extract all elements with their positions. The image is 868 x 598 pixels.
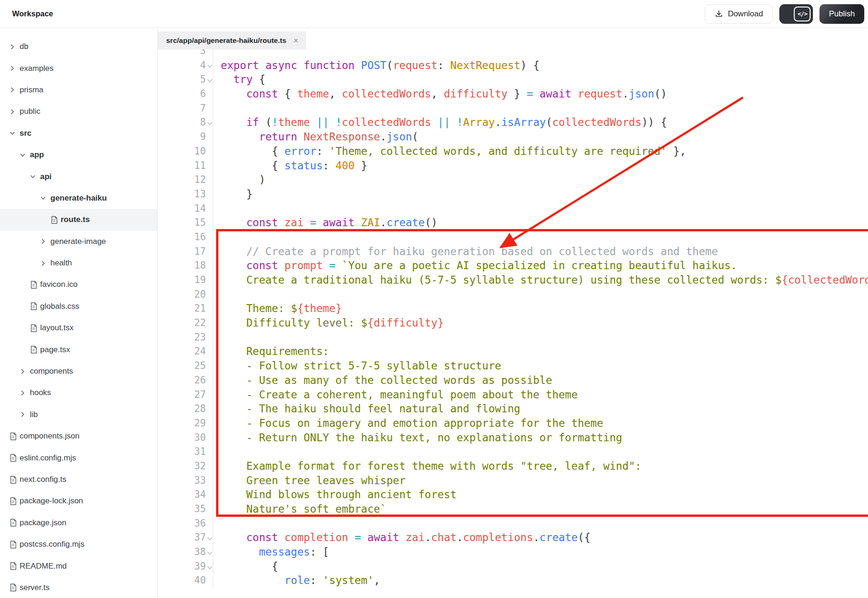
sidebar-item-label: package-lock.json — [20, 496, 83, 506]
sidebar-item-readme-md[interactable]: README.md — [0, 555, 157, 577]
code-area[interactable]: 34export async function POST(request: Ne… — [158, 44, 868, 588]
sidebar-item-label: postcss.config.mjs — [20, 540, 84, 549]
line-number: 11 — [158, 159, 213, 173]
code-line-22: 22 Difficulty level: ${difficulty} — [158, 316, 868, 330]
fold-chevron-icon[interactable] — [207, 79, 213, 83]
line-number: 34 — [158, 487, 213, 502]
line-number: 9 — [158, 130, 213, 144]
code-text: - The haiku should feel natural and flow… — [213, 402, 868, 416]
code-line-19: 19 Create a traditional haiku (5-7-5 syl… — [158, 273, 868, 287]
code-line-32: 32 Example format for forest theme with … — [158, 459, 868, 473]
sidebar-item-lib[interactable]: lib — [0, 404, 157, 425]
sidebar-item-postcss-config-mjs[interactable]: postcss.config.mjs — [0, 534, 157, 555]
file-icon — [9, 518, 20, 527]
sidebar-item-label: health — [50, 258, 72, 268]
file-icon — [30, 280, 40, 289]
tab-bar: src/app/api/generate-haiku/route.ts × — [158, 28, 868, 49]
chevron-right-icon — [9, 109, 20, 115]
sidebar-item-examples[interactable]: examples — [0, 57, 157, 79]
sidebar-item-eslint-config-mjs[interactable]: eslint.config.mjs — [0, 447, 157, 468]
line-number: 37 — [158, 530, 213, 545]
code-text: export async function POST(request: Next… — [213, 58, 868, 73]
sidebar-item-src[interactable]: src — [0, 123, 157, 144]
code-line-23: 23 — [158, 330, 868, 345]
code-line-35: 35 Nature's soft embrace` — [158, 502, 868, 516]
download-icon — [714, 9, 723, 18]
fold-chevron-icon[interactable] — [207, 122, 213, 125]
sidebar-item-hooks[interactable]: hooks — [0, 382, 157, 403]
sidebar-item-health[interactable]: health — [0, 252, 157, 274]
sidebar-item-layout-tsx[interactable]: layout.tsx — [0, 317, 157, 339]
sidebar-item-label: prisma — [20, 85, 43, 95]
code-line-13: 13 } — [158, 187, 868, 202]
tab-route-ts[interactable]: src/app/api/generate-haiku/route.ts × — [158, 31, 306, 49]
fold-chevron-icon[interactable] — [207, 551, 213, 555]
sidebar-item-label: route.ts — [61, 215, 90, 224]
code-icon: </> — [794, 7, 811, 21]
line-number: 33 — [158, 473, 213, 488]
line-number: 15 — [158, 216, 213, 230]
file-icon — [9, 540, 20, 549]
code-text: Theme: ${theme} — [213, 301, 868, 316]
sidebar-item-public[interactable]: public — [0, 101, 157, 122]
sidebar-item-label: app — [30, 150, 44, 160]
sidebar-item-label: examples — [20, 64, 54, 73]
header-buttons: Download </> Publish — [705, 4, 864, 24]
code-text: { — [213, 559, 868, 574]
sidebar-item-page-tsx[interactable]: page.tsx — [0, 339, 157, 360]
code-text: role: 'system', — [213, 573, 868, 588]
sidebar-item-components[interactable]: components — [0, 361, 157, 382]
sidebar-item-label: favicon.ico — [40, 280, 77, 289]
sidebar-item-generate-haiku[interactable]: generate-haiku — [0, 188, 157, 209]
code-text: - Return ONLY the haiku text, no explana… — [213, 431, 868, 445]
fold-chevron-icon[interactable] — [207, 566, 213, 570]
download-button[interactable]: Download — [705, 4, 773, 24]
file-icon — [9, 497, 20, 506]
line-number: 8 — [158, 115, 213, 130]
sidebar-item-route-ts[interactable]: route.ts — [0, 209, 157, 230]
sidebar-item-components-json[interactable]: components.json — [0, 425, 157, 447]
sidebar-item-package-lock-json[interactable]: package-lock.json — [0, 490, 157, 512]
sidebar-item-server-ts[interactable]: server.ts — [0, 577, 157, 598]
code-line-17: 17 // Create a prompt for haiku generati… — [158, 244, 868, 259]
close-tab-icon[interactable]: × — [294, 36, 299, 45]
tab-label: src/app/api/generate-haiku/route.ts — [166, 36, 287, 45]
code-line-38: 38 messages: [ — [158, 545, 868, 559]
sidebar-item-label: globals.css — [40, 302, 79, 311]
fold-chevron-icon[interactable] — [207, 537, 213, 541]
sidebar-item-globals-css[interactable]: globals.css — [0, 296, 157, 317]
sidebar-item-next-config-ts[interactable]: next.config.ts — [0, 469, 157, 490]
line-number: 22 — [158, 316, 213, 330]
line-number: 24 — [158, 344, 213, 359]
sidebar-item-api[interactable]: api — [0, 166, 157, 187]
code-text: Requirements: — [213, 344, 868, 359]
code-line-34: 34 Wind blows through ancient forest — [158, 487, 868, 502]
file-icon — [30, 324, 40, 333]
sidebar-item-label: README.md — [20, 562, 67, 571]
code-text: try { — [213, 72, 868, 87]
code-text: { error: 'Theme, collected words, and di… — [213, 144, 868, 159]
sidebar-item-app[interactable]: app — [0, 144, 157, 166]
chevron-right-icon — [20, 369, 30, 375]
sidebar-item-prisma[interactable]: prisma — [0, 79, 157, 101]
code-line-33: 33 Green tree leaves whisper — [158, 473, 868, 488]
line-number: 31 — [158, 445, 213, 459]
line-number: 29 — [158, 416, 213, 431]
code-view-toggle[interactable]: </> — [779, 4, 813, 24]
code-text — [213, 516, 868, 531]
sidebar-item-label: hooks — [30, 388, 51, 397]
sidebar-item-label: generate-image — [50, 237, 106, 246]
sidebar-item-favicon-ico[interactable]: favicon.ico — [0, 274, 157, 295]
line-number: 14 — [158, 202, 213, 216]
file-icon — [30, 302, 40, 311]
code-line-14: 14 — [158, 202, 868, 216]
sidebar-item-generate-image[interactable]: generate-image — [0, 231, 157, 252]
publish-button[interactable]: Publish — [819, 4, 864, 24]
code-text — [213, 445, 868, 459]
sidebar-item-db[interactable]: db — [0, 36, 157, 57]
code-text: const { theme, collectedWords, difficult… — [213, 87, 868, 101]
fold-chevron-icon[interactable] — [207, 64, 213, 68]
top-bar: Workspace Download </> Publish — [0, 0, 868, 28]
sidebar-item-package-json[interactable]: package.json — [0, 512, 157, 534]
code-text: } — [213, 187, 868, 202]
